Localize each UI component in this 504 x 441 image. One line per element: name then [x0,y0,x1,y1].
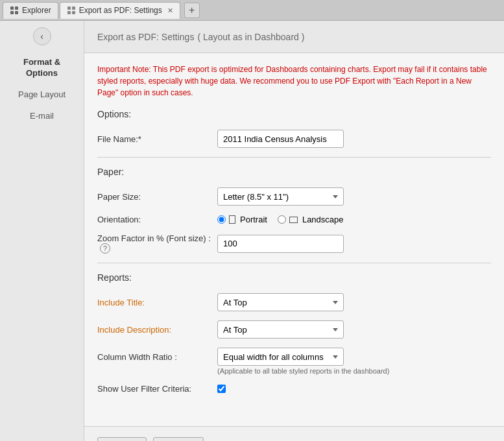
footer: Export Cancel [84,426,504,441]
svg-rect-3 [15,11,18,14]
svg-rect-2 [10,11,14,14]
reports-section-title: Reports: [97,272,491,285]
portrait-radio[interactable] [217,215,226,224]
sidebar-back: ‹ [0,27,84,45]
orientation-group: Orientation: Portrait Landscape [97,215,491,224]
orientation-options: Portrait Landscape [217,215,344,224]
sidebar-email-label: E-mail [30,111,54,121]
tab-export-label: Export as PDF: Settings [79,6,162,15]
tab-explorer-label: Explorer [22,6,51,15]
include-title-label: Include Title: [97,298,217,307]
tab-bar: Explorer Export as PDF: Settings ✕ + [0,0,504,21]
reports-section: Reports: Include Title: At Top At Bottom… [97,272,491,394]
zoom-group: Zoom Factor in % (Font size) : ? [97,233,491,254]
sidebar-item-page-layout[interactable]: Page Layout [0,84,84,106]
landscape-label: Landscape [302,215,344,224]
orientation-label: Orientation: [97,215,217,224]
show-filter-checkbox-wrapper[interactable] [217,385,226,393]
form-content: Important Note: This PDF export is optim… [84,53,504,413]
include-description-label: Include Description: [97,325,217,335]
include-description-group: Include Description: At Top At Bottom No… [97,320,491,339]
alert-box: Important Note: This PDF export is optim… [97,64,491,99]
column-width-label: Column Width Ratio : [97,352,217,362]
svg-rect-5 [72,6,75,10]
page-subtitle: ( Layout as in Dashboard ) [197,32,304,42]
portrait-label: Portrait [240,215,267,224]
tab-explorer[interactable]: Explorer [3,2,58,19]
sidebar-format-label: Format & Options [23,57,60,78]
explorer-icon [10,6,19,15]
show-filter-checkbox[interactable] [217,385,226,393]
svg-rect-4 [67,6,71,10]
tab-close-icon[interactable]: ✕ [167,6,173,15]
sidebar-layout-label: Page Layout [18,89,66,99]
portrait-option[interactable]: Portrait [217,215,267,224]
page-header: Export as PDF: Settings ( Layout as in D… [84,21,504,53]
zoom-hint-icon[interactable]: ? [100,243,110,254]
section-divider-paper [97,157,491,158]
page-title: Export as PDF: Settings ( Layout as in D… [97,30,491,43]
export-tab-icon [67,6,76,15]
alert-text: Important Note: This PDF export is optim… [97,65,487,97]
cancel-button[interactable]: Cancel [153,437,204,441]
main-container: ‹ Format & Options Page Layout E-mail Ex… [0,21,504,441]
options-section-title: Options: [97,109,491,122]
tab-export-settings[interactable]: Export as PDF: Settings ✕ [60,2,180,19]
landscape-icon [289,217,298,223]
svg-rect-1 [15,6,18,10]
column-width-group: Column Width Ratio : Equal width for all… [97,348,491,375]
paper-size-label: Paper Size: [97,192,217,202]
include-title-group: Include Title: At Top At Bottom None [97,293,491,311]
content-area: Export as PDF: Settings ( Layout as in D… [84,21,504,441]
zoom-label: Zoom Factor in % (Font size) : ? [97,233,217,254]
column-width-info: (Applicable to all table styled reports … [217,367,389,375]
section-divider-reports [97,263,491,263]
svg-rect-7 [72,11,75,14]
landscape-option[interactable]: Landscape [278,215,344,224]
tab-add-icon: + [189,5,195,16]
include-title-select[interactable]: At Top At Bottom None [217,293,344,311]
file-name-label: File Name:* [97,134,217,144]
portrait-icon [229,215,235,224]
zoom-input[interactable] [217,235,344,253]
svg-rect-0 [10,6,14,10]
file-name-group: File Name:* [97,130,491,148]
include-description-select[interactable]: At Top At Bottom None [217,320,344,339]
tab-add-button[interactable]: + [184,3,200,18]
paper-size-group: Paper Size: Letter (8.5" x 11") A4 (210 … [97,187,491,206]
paper-size-select[interactable]: Letter (8.5" x 11") A4 (210 x 297 mm) Le… [217,187,344,206]
sidebar: ‹ Format & Options Page Layout E-mail [0,21,84,441]
paper-section-title: Paper: [97,167,491,180]
svg-rect-6 [67,11,71,14]
back-icon: ‹ [40,31,43,42]
sidebar-item-format-options[interactable]: Format & Options [0,52,84,84]
file-name-input[interactable] [217,130,344,148]
sidebar-item-email[interactable]: E-mail [0,106,84,127]
landscape-radio[interactable] [278,215,286,224]
back-button[interactable]: ‹ [33,27,51,45]
show-filter-group: Show User Filter Criteria: [97,384,491,394]
show-filter-label: Show User Filter Criteria: [97,384,217,394]
export-button[interactable]: Export [97,437,147,441]
column-width-select[interactable]: Equal width for all columns Proportional [217,348,344,366]
